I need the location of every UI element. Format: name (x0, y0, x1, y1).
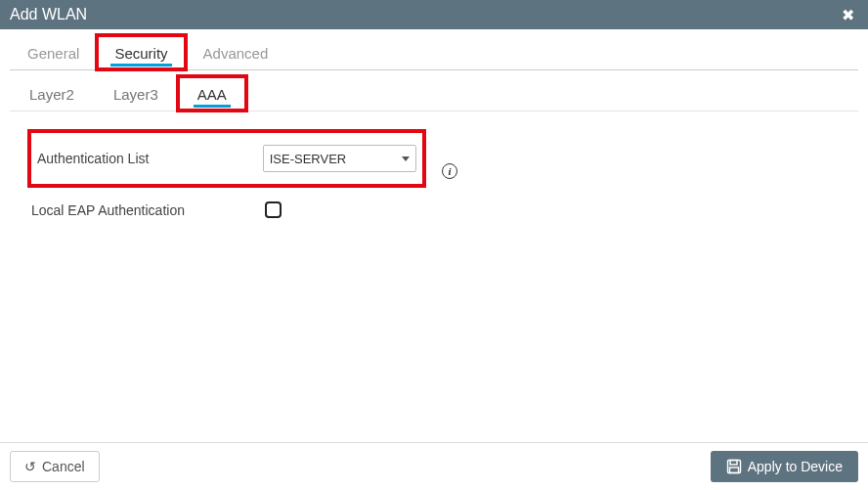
save-icon (726, 459, 742, 474)
content-area: General Security Advanced Layer2 Layer3 … (0, 29, 868, 442)
tabs-secondary: Layer2 Layer3 AAA (10, 76, 858, 111)
tabs-primary: General Security Advanced (10, 35, 858, 70)
svg-rect-1 (730, 461, 737, 466)
svg-rect-2 (729, 468, 738, 473)
authentication-list-row: Authentication List ISE-SERVER (27, 129, 426, 188)
cancel-button-label: Cancel (42, 459, 85, 474)
tab-aaa[interactable]: AAA (178, 76, 246, 111)
titlebar: Add WLAN ✖ (0, 0, 868, 29)
window-title: Add WLAN (10, 6, 87, 23)
local-eap-checkbox[interactable] (265, 201, 282, 218)
authentication-list-value: ISE-SERVER (270, 152, 347, 166)
authentication-list-label: Authentication List (37, 151, 263, 166)
tab-advanced[interactable]: Advanced (186, 35, 286, 69)
tab-layer2[interactable]: Layer2 (10, 76, 94, 111)
local-eap-label: Local EAP Authentication (31, 202, 265, 218)
info-icon[interactable]: i (442, 163, 457, 179)
cancel-button[interactable]: ↺ Cancel (10, 451, 100, 482)
close-icon[interactable]: ✖ (838, 6, 858, 24)
authentication-list-select[interactable]: ISE-SERVER (263, 145, 416, 172)
local-eap-row: Local EAP Authentication (31, 201, 858, 218)
footer: ↺ Cancel Apply to Device (0, 442, 868, 490)
apply-button-label: Apply to Device (748, 459, 843, 474)
undo-icon: ↺ (24, 459, 36, 474)
tab-security[interactable]: Security (97, 35, 185, 69)
tab-general[interactable]: General (10, 35, 97, 69)
chevron-down-icon (402, 156, 410, 161)
tab-layer3[interactable]: Layer3 (94, 76, 178, 111)
apply-button[interactable]: Apply to Device (711, 451, 858, 482)
